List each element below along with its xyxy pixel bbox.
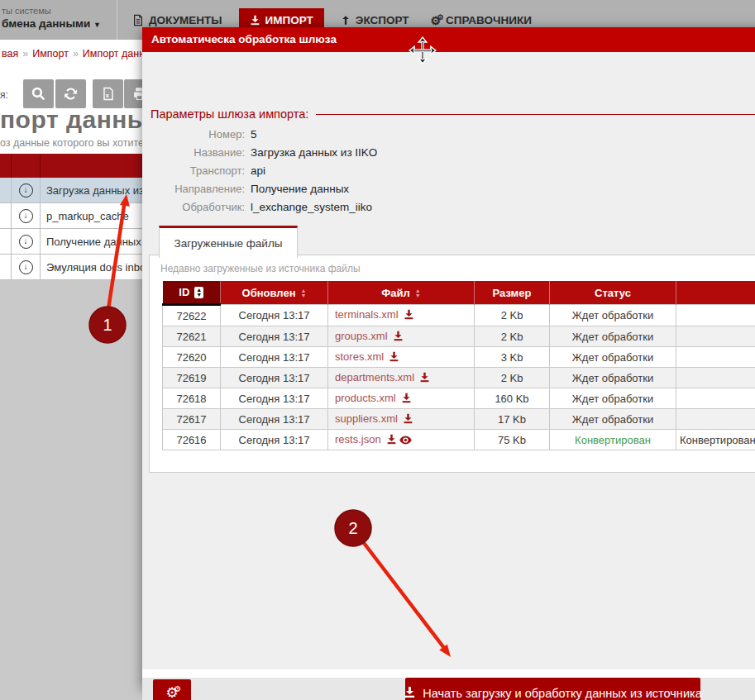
param-row: Направление:Получение данных [151, 179, 377, 198]
status-cell: Ждет обработки [550, 409, 676, 430]
excel-file-icon: x [102, 87, 115, 101]
files-panel: Недавно загруженные из источника файлы I… [149, 255, 755, 473]
sort-icon: ▲▼ [194, 287, 203, 298]
param-row: Обработчик:l_exchange_system_iiko [151, 198, 377, 216]
status-cell: Ждет обработки [550, 388, 676, 409]
load-circle-icon[interactable]: ↓ [19, 235, 33, 249]
params-section-title: Параметры шлюза импорта: [151, 107, 755, 121]
files-table-header-row: ID▲▼ Обновлен▲▼ Файл▲▼ Размер Статус [163, 281, 755, 305]
refresh-button[interactable] [55, 79, 86, 108]
breadcrumb-import[interactable]: Импорт [32, 48, 69, 60]
table-row: 72618Сегодня 13:17 products.xml 160 KbЖд… [163, 388, 755, 409]
refresh-icon [64, 87, 78, 101]
tab-loaded-files[interactable]: Загруженные файлы [159, 226, 298, 258]
table-row: 72617Сегодня 13:17 suppliers.xml 17 KbЖд… [163, 409, 755, 430]
table-row: 72620Сегодня 13:17 stores.xml 3 KbЖдет о… [163, 347, 755, 368]
modal-titlebar[interactable]: Автоматическа обработка шлюза [142, 27, 755, 52]
breadcrumb: вая»Импорт»Импорт данных [2, 48, 157, 60]
download-icon[interactable] [404, 309, 414, 322]
file-link[interactable]: suppliers.xml [335, 412, 398, 425]
file-link[interactable]: groups.xml [335, 330, 388, 342]
file-link[interactable]: rests.json [335, 433, 381, 445]
files-caption: Недавно загруженные из источника файлы [160, 263, 361, 274]
load-circle-icon[interactable]: ↓ [19, 260, 33, 274]
table-row: 72616Сегодня 13:17 rests.json 75 KbКонве… [163, 430, 755, 450]
gears-icon: ⚙⚙ [165, 688, 178, 699]
col-header-size[interactable]: Размер [475, 281, 550, 305]
params-list: Номер:5 Название:Загрузка данных из IIKO… [151, 125, 377, 216]
modal-body: Параметры шлюза импорта: Номер:5 Названи… [142, 52, 755, 688]
start-processing-button[interactable]: Начать загрузку и обработку данных из ис… [405, 678, 700, 700]
file-link[interactable]: departments.xml [335, 371, 414, 383]
col-header-extra[interactable] [676, 281, 755, 305]
download-icon [404, 686, 416, 700]
settings-button[interactable]: ⚙⚙ [153, 679, 191, 700]
modal-footer: ⚙⚙ Начать загрузку и обработку данных из… [142, 678, 755, 700]
sort-icon: ▲▼ [415, 288, 421, 298]
status-cell: Конвертирован [550, 430, 676, 450]
col-header-status[interactable]: Статус [550, 281, 676, 305]
document-icon [132, 14, 144, 26]
param-row: Название:Загрузка данных из IIKO [151, 143, 377, 161]
download-icon[interactable] [386, 434, 397, 447]
download-icon[interactable] [389, 351, 399, 364]
gears-icon: ⚙⚙ [431, 15, 442, 26]
load-circle-icon[interactable]: ↓ [19, 209, 33, 223]
download-icon [250, 15, 260, 26]
breadcrumb-home[interactable]: вая [2, 48, 18, 60]
svg-text:x: x [105, 92, 109, 99]
table-row: 72619Сегодня 13:17 departments.xml 2 KbЖ… [163, 368, 755, 388]
file-link[interactable]: terminals.xml [335, 308, 399, 321]
download-icon[interactable] [403, 413, 413, 426]
param-row: Транспорт:api [151, 161, 377, 179]
chevron-down-icon: ▼ [93, 21, 101, 29]
sort-icon: ▲▼ [301, 288, 307, 298]
modal-title: Автоматическа обработка шлюза [142, 27, 755, 52]
module-label: бмена данными ▼ [2, 17, 116, 32]
table-row: 72621Сегодня 13:17 groups.xml 2 KbЖдет о… [163, 326, 755, 347]
col-header-updated[interactable]: Обновлен▲▼ [221, 281, 328, 305]
files-table: ID▲▼ Обновлен▲▼ Файл▲▼ Размер Статус 726… [162, 281, 755, 450]
footer-separator [142, 669, 755, 678]
app-title-block[interactable]: ты системы бмена данными ▼ [2, 6, 116, 32]
status-cell: Ждет обработки [550, 368, 676, 388]
param-row: Номер:5 [151, 125, 377, 143]
col-header-file[interactable]: Файл▲▼ [328, 281, 475, 305]
export-excel-button[interactable]: x [93, 79, 123, 108]
divider [117, 0, 117, 40]
eye-icon[interactable] [399, 435, 412, 447]
search-icon [31, 86, 46, 102]
system-label: ты системы [2, 6, 116, 17]
file-link[interactable]: products.xml [335, 392, 396, 404]
download-icon[interactable] [393, 331, 404, 344]
toolbar-label: я: [0, 89, 8, 101]
download-icon[interactable] [419, 372, 430, 385]
gateway-modal: Автоматическа обработка шлюза Параметры … [142, 27, 755, 688]
status-cell: Ждет обработки [550, 326, 676, 347]
col-header-id[interactable]: ID▲▼ [163, 281, 221, 305]
status-cell: Ждет обработки [550, 347, 676, 368]
page-subheading: оз данные которого вы хотите заг [0, 137, 161, 149]
download-icon[interactable] [401, 393, 412, 406]
status-cell: Ждет обработки [550, 305, 676, 326]
load-circle-icon[interactable]: ↓ [19, 183, 33, 198]
table-row: 72622Сегодня 13:17 terminals.xml 2 KbЖде… [163, 305, 755, 326]
upload-icon [341, 15, 351, 26]
search-button[interactable] [23, 79, 54, 108]
file-link[interactable]: stores.xml [335, 350, 384, 363]
